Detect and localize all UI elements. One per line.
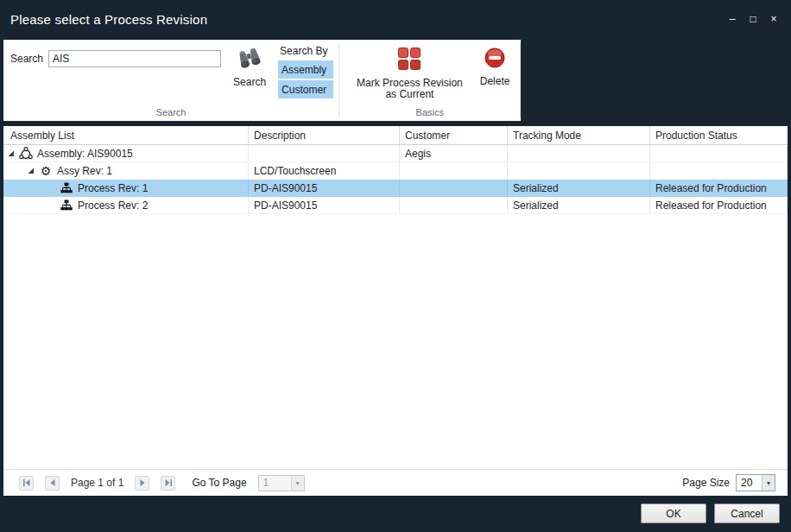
hierarchy-icon xyxy=(60,199,73,212)
first-page-button[interactable] xyxy=(19,476,34,491)
table-row-assy-rev[interactable]: ⚙ Assy Rev: 1 LCD/Touchscreen xyxy=(3,162,788,180)
description-cell: LCD/Touchscreen xyxy=(249,162,400,179)
search-button[interactable]: Search xyxy=(228,45,271,88)
row-label: Assy Rev: 1 xyxy=(57,165,112,177)
search-input[interactable] xyxy=(48,50,221,67)
ribbon-panel: Search xyxy=(3,40,521,121)
window-controls: – □ × xyxy=(724,10,782,28)
search-group-label: Search xyxy=(3,107,339,121)
customer-cell xyxy=(400,197,508,213)
red-grid-icon xyxy=(397,47,421,73)
production-status-cell: Released for Production xyxy=(650,197,788,213)
pager: Page 1 of 1 Go To Page 1 ▼ Page Size 20 … xyxy=(3,469,788,496)
column-header-tracking-mode[interactable]: Tracking Mode xyxy=(508,126,650,144)
page-indicator: Page 1 of 1 xyxy=(71,477,123,489)
table-row-process-rev-1[interactable]: Process Rev: 1 PD-AIS90015 Serialized Re… xyxy=(3,180,788,197)
next-page-button[interactable] xyxy=(135,476,149,491)
hierarchy-icon xyxy=(60,181,73,195)
binoculars-icon xyxy=(237,47,262,73)
go-to-page-value: 1 xyxy=(259,477,291,489)
search-field: Search xyxy=(10,50,221,67)
table-row-assembly[interactable]: Assembly: AIS90015 Aegis xyxy=(3,145,788,162)
dropdown-arrow-icon[interactable]: ▼ xyxy=(291,476,304,491)
previous-page-button[interactable] xyxy=(45,476,60,491)
column-header-customer[interactable]: Customer xyxy=(400,126,508,144)
go-to-page-input[interactable]: 1 ▼ xyxy=(258,475,305,491)
assy-rev-tree-cell: ⚙ Assy Rev: 1 xyxy=(3,162,249,179)
search-by-group: Search By Assembly Customer xyxy=(278,45,333,100)
process-rev-tree-cell: Process Rev: 2 xyxy=(3,197,249,213)
process-rev-tree-cell: Process Rev: 1 xyxy=(3,180,249,196)
column-header-production-status[interactable]: Production Status xyxy=(650,126,788,144)
page-size-label: Page Size xyxy=(682,477,730,489)
search-button-label: Search xyxy=(233,77,266,88)
close-button[interactable]: × xyxy=(765,10,782,28)
title-bar: Please select a Process Revision – □ × xyxy=(0,0,791,38)
grid-header: Assembly List Description Customer Track… xyxy=(3,126,788,145)
production-status-cell: Released for Production xyxy=(650,180,788,196)
tracking-mode-cell xyxy=(508,162,650,179)
delete-button-label: Delete xyxy=(480,76,510,87)
search-by-assembly-option[interactable]: Assembly xyxy=(278,60,333,79)
delete-icon xyxy=(484,47,506,72)
customer-cell xyxy=(400,162,508,179)
description-cell: PD-AIS90015 xyxy=(249,180,400,196)
search-by-customer-option[interactable]: Customer xyxy=(278,80,333,98)
grid-empty-area xyxy=(3,214,788,469)
customer-cell: Aegis xyxy=(400,145,508,162)
window-title: Please select a Process Revision xyxy=(10,12,207,27)
ribbon-separator xyxy=(520,43,521,117)
assembly-tree-cell: Assembly: AIS90015 xyxy=(3,145,249,162)
search-by-label: Search By xyxy=(280,45,333,57)
tracking-mode-cell: Serialized xyxy=(508,180,650,196)
dropdown-arrow-icon[interactable]: ▼ xyxy=(762,475,775,491)
production-status-cell xyxy=(650,162,788,179)
search-field-label: Search xyxy=(10,53,43,65)
expander-icon[interactable] xyxy=(7,149,15,157)
basics-group-label: Basics xyxy=(339,107,520,121)
page-size-group: Page Size 20 ▼ xyxy=(682,474,775,491)
dialog-footer: OK Cancel xyxy=(641,504,780,523)
tracking-mode-cell: Serialized xyxy=(508,197,650,213)
page-size-value: 20 xyxy=(737,477,762,489)
last-page-button[interactable] xyxy=(161,476,175,491)
row-label: Process Rev: 2 xyxy=(78,200,148,212)
row-label: Assembly: AIS90015 xyxy=(37,148,133,160)
gear-icon: ⚙ xyxy=(39,164,53,178)
ok-button[interactable]: OK xyxy=(641,504,706,523)
description-cell: PD-AIS90015 xyxy=(249,197,400,213)
production-status-cell xyxy=(650,145,788,162)
tracking-mode-cell xyxy=(508,145,650,162)
cancel-button[interactable]: Cancel xyxy=(714,504,780,523)
description-cell xyxy=(249,145,400,162)
assembly-icon xyxy=(19,147,33,161)
ribbon-group-basics: Mark Process Revision as Current Delete xyxy=(339,40,520,121)
table-row-process-rev-2[interactable]: Process Rev: 2 PD-AIS90015 Serialized Re… xyxy=(3,197,788,214)
ribbon: Search xyxy=(3,40,521,121)
ribbon-group-search: Search xyxy=(3,40,339,121)
assembly-grid: Assembly List Description Customer Track… xyxy=(3,126,788,496)
mark-process-revision-button[interactable]: Mark Process Revision as Current xyxy=(351,45,468,100)
maximize-button[interactable]: □ xyxy=(744,10,762,28)
go-to-page-label: Go To Page xyxy=(192,477,246,489)
expander-icon[interactable] xyxy=(27,167,35,174)
row-label: Process Rev: 1 xyxy=(78,182,148,194)
column-header-description[interactable]: Description xyxy=(249,126,400,144)
column-header-assembly-list[interactable]: Assembly List xyxy=(3,126,249,144)
minimize-button[interactable]: – xyxy=(724,10,741,28)
page-size-select[interactable]: 20 ▼ xyxy=(736,474,775,491)
mark-button-label: Mark Process Revision as Current xyxy=(357,78,463,100)
delete-button[interactable]: Delete xyxy=(475,45,516,87)
customer-cell xyxy=(400,180,508,196)
